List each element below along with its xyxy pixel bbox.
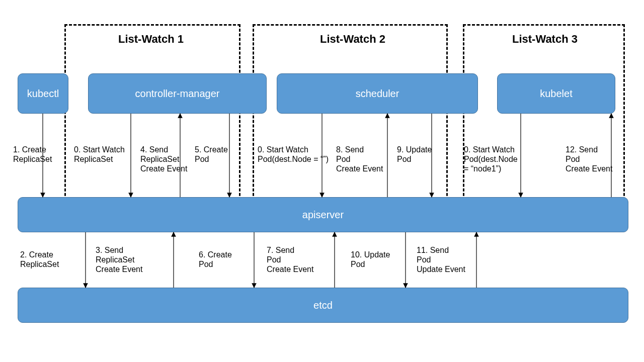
step-2-label: 2. Create ReplicaSet [20,250,59,269]
step-12-label: 12. Send Pod Create Event [566,145,612,174]
scheduler-box: scheduler [277,73,478,114]
kubelet-box: kubelet [497,73,615,114]
step-4-label: 4. Send ReplicaSet Create Event [140,145,187,174]
controller-manager-box: controller-manager [88,73,267,114]
step-0c-label: 0. Start Watch Pod(dest.Node = “node1”) [464,145,518,174]
apiserver-box: apiserver [18,197,628,232]
step-3-label: 3. Send ReplicaSet Create Event [96,245,142,275]
step-8-label: 8. Send Pod Create Event [336,145,383,174]
step-9-label: 9. Update Pod [397,145,432,164]
diagram-canvas: List-Watch 1 List-Watch 2 List-Watch 3 k… [0,0,644,362]
etcd-label: etcd [313,300,333,311]
listwatch-3-box [463,24,625,214]
controller-manager-label: controller-manager [135,88,220,100]
scheduler-label: scheduler [356,88,399,100]
step-7-label: 7. Send Pod Create Event [267,245,313,275]
step-0a-label: 0. Start Watch ReplicaSet [74,145,125,164]
kubectl-box: kubectl [18,73,68,114]
listwatch-2-title: List-Watch 2 [320,33,385,46]
step-11-label: 11. Send Pod Update Event [417,245,465,275]
step-0b-label: 0. Start Watch Pod(dest.Node = “”) [258,145,329,164]
etcd-box: etcd [18,288,628,323]
step-5-label: 5. Create Pod [195,145,228,164]
kubectl-label: kubectl [27,88,59,100]
step-1-label: 1. Create ReplicaSet [13,145,52,164]
listwatch-2-box [253,24,448,214]
step-10-label: 10. Update Pod [351,250,390,269]
kubelet-label: kubelet [540,88,573,100]
listwatch-1-title: List-Watch 1 [118,33,184,46]
step-6-label: 6. Create Pod [199,250,232,269]
listwatch-1-box [64,24,240,214]
apiserver-label: apiserver [302,209,344,221]
listwatch-3-title: List-Watch 3 [512,33,578,46]
